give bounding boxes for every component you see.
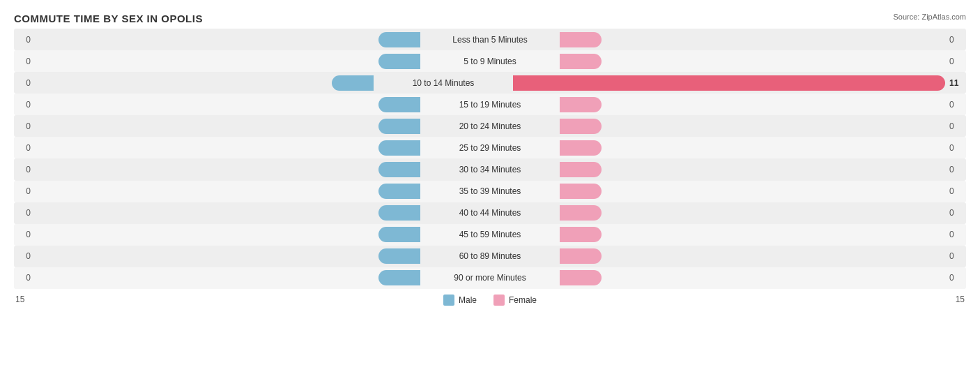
table-row: 025 to 29 Minutes0 — [14, 137, 966, 158]
female-value: 0 — [945, 273, 966, 283]
row-label: Less than 5 Minutes — [420, 35, 560, 45]
female-bar-section — [513, 72, 945, 94]
female-bar-section — [560, 115, 945, 137]
male-bar-section — [35, 158, 420, 180]
female-value: 0 — [945, 121, 966, 131]
male-value: 0 — [14, 251, 35, 261]
male-value: 0 — [14, 143, 35, 153]
male-value: 0 — [14, 78, 35, 88]
table-row: 035 to 39 Minutes0 — [14, 181, 966, 202]
female-bar — [560, 248, 602, 264]
male-bar-section — [35, 246, 420, 267]
row-label: 35 to 39 Minutes — [420, 186, 560, 196]
female-bar-section — [560, 267, 945, 289]
chart-container: COMMUTE TIME BY SEX IN OPOLIS Source: Zi… — [0, 0, 980, 365]
male-bar — [378, 162, 420, 177]
female-value: 0 — [945, 230, 966, 239]
rows-container: 0Less than 5 Minutes005 to 9 Minutes0010… — [14, 29, 966, 289]
male-value: 0 — [14, 57, 35, 66]
right-axis-label: 15 — [956, 295, 965, 304]
male-bar-section — [35, 137, 420, 158]
legend: Male Female — [443, 295, 537, 306]
table-row: 030 to 34 Minutes0 — [14, 158, 966, 180]
female-value: 0 — [945, 100, 966, 110]
male-bar — [378, 119, 420, 134]
male-bar — [378, 140, 420, 156]
male-value: 0 — [14, 100, 35, 110]
female-bar — [560, 32, 602, 47]
male-value: 0 — [14, 121, 35, 131]
row-label: 90 or more Minutes — [420, 273, 560, 283]
male-value: 0 — [14, 186, 35, 196]
female-bar — [560, 140, 602, 156]
row-label: 20 to 24 Minutes — [420, 121, 560, 131]
row-label: 40 to 44 Minutes — [420, 208, 560, 218]
male-bar — [378, 270, 420, 285]
male-swatch — [443, 295, 454, 306]
male-bar-section — [35, 115, 420, 137]
row-label: 45 to 59 Minutes — [420, 230, 560, 239]
legend-male: Male — [443, 295, 477, 306]
chart-title: COMMUTE TIME BY SEX IN OPOLIS — [14, 13, 966, 24]
table-row: 05 to 9 Minutes0 — [14, 50, 966, 72]
female-value: 0 — [945, 251, 966, 261]
female-bar — [560, 184, 602, 199]
table-row: 010 to 14 Minutes11 — [14, 72, 966, 94]
male-bar — [378, 205, 420, 221]
source-label: Source: ZipAtlas.com — [893, 13, 966, 21]
male-bar-section — [35, 202, 420, 224]
male-bar — [378, 97, 420, 112]
female-value: 0 — [945, 186, 966, 196]
left-axis-label: 15 — [15, 295, 24, 304]
female-bar — [560, 119, 602, 134]
female-value: 0 — [945, 143, 966, 153]
female-bar — [560, 162, 602, 177]
row-label: 30 to 34 Minutes — [420, 165, 560, 174]
female-bar-section — [560, 29, 945, 50]
male-bar-section — [35, 29, 420, 50]
male-value: 0 — [14, 230, 35, 239]
male-label: Male — [459, 295, 477, 305]
table-row: 060 to 89 Minutes0 — [14, 246, 966, 267]
female-bar-section — [560, 202, 945, 224]
row-label: 5 to 9 Minutes — [420, 57, 560, 66]
female-bar — [560, 54, 602, 69]
female-swatch — [493, 295, 505, 306]
male-bar — [378, 227, 420, 242]
female-bar-section — [560, 181, 945, 202]
female-bar-section — [560, 158, 945, 180]
male-bar-section — [35, 267, 420, 289]
row-label: 25 to 29 Minutes — [420, 143, 560, 153]
female-value: 0 — [945, 208, 966, 218]
male-value: 0 — [14, 273, 35, 283]
female-value: 11 — [945, 78, 966, 88]
chart-area: 0Less than 5 Minutes005 to 9 Minutes0010… — [14, 29, 966, 311]
row-label: 15 to 19 Minutes — [420, 100, 560, 110]
female-bar-section — [560, 224, 945, 246]
female-bar-section — [560, 94, 945, 115]
male-bar-section — [35, 72, 374, 94]
female-label: Female — [509, 295, 537, 305]
female-bar — [560, 227, 602, 242]
female-value: 0 — [945, 35, 966, 45]
male-bar — [378, 54, 420, 69]
female-value: 0 — [945, 57, 966, 66]
row-label: 60 to 89 Minutes — [420, 251, 560, 261]
male-bar — [378, 32, 420, 47]
male-bar — [378, 248, 420, 264]
female-bar — [560, 205, 602, 221]
female-bar-section — [560, 246, 945, 267]
female-bar — [513, 75, 945, 91]
row-label: 10 to 14 Minutes — [374, 78, 513, 88]
table-row: 045 to 59 Minutes0 — [14, 224, 966, 246]
table-row: 090 or more Minutes0 — [14, 267, 966, 289]
male-value: 0 — [14, 35, 35, 45]
male-value: 0 — [14, 208, 35, 218]
male-bar-section — [35, 94, 420, 115]
table-row: 0Less than 5 Minutes0 — [14, 29, 966, 50]
female-bar — [560, 270, 602, 285]
female-bar-section — [560, 137, 945, 158]
table-row: 020 to 24 Minutes0 — [14, 115, 966, 137]
male-bar-section — [35, 50, 420, 72]
male-bar-section — [35, 224, 420, 246]
